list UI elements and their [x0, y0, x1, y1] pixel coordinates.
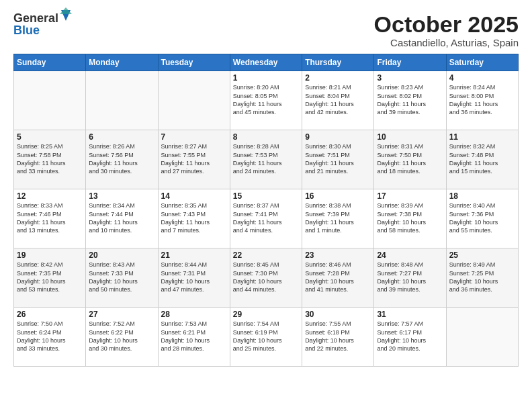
day-info: Sunrise: 7:54 AM Sunset: 6:19 PM Dayligh…: [233, 320, 299, 353]
day-number: 24: [377, 250, 443, 260]
day-number: 12: [17, 191, 83, 201]
day-number: 13: [89, 191, 154, 201]
day-info: Sunrise: 8:35 AM Sunset: 7:43 PM Dayligh…: [161, 201, 227, 234]
day-number: 4: [449, 73, 515, 83]
weekday-monday: Monday: [86, 54, 158, 71]
day-info: Sunrise: 8:42 AM Sunset: 7:35 PM Dayligh…: [17, 261, 83, 293]
week-row-1: 1Sunrise: 8:20 AM Sunset: 8:05 PM Daylig…: [14, 71, 519, 130]
day-number: 16: [305, 191, 371, 201]
logo-general: General: [13, 12, 58, 24]
logo-text: General Blue: [13, 12, 72, 36]
day-number: 19: [17, 250, 83, 260]
calendar-cell: 17Sunrise: 8:39 AM Sunset: 7:38 PM Dayli…: [374, 189, 446, 248]
location: Castandiello, Asturias, Spain: [374, 37, 519, 48]
day-info: Sunrise: 7:50 AM Sunset: 6:24 PM Dayligh…: [17, 320, 83, 353]
calendar-cell: 2Sunrise: 8:21 AM Sunset: 8:04 PM Daylig…: [302, 71, 374, 130]
day-number: 5: [17, 132, 83, 142]
calendar-cell: 12Sunrise: 8:33 AM Sunset: 7:46 PM Dayli…: [14, 189, 86, 248]
logo-icon: [60, 7, 72, 22]
calendar-cell: 25Sunrise: 8:49 AM Sunset: 7:25 PM Dayli…: [446, 248, 518, 308]
day-number: 30: [305, 310, 371, 319]
calendar-cell: 9Sunrise: 8:30 AM Sunset: 7:51 PM Daylig…: [302, 130, 374, 189]
week-row-3: 12Sunrise: 8:33 AM Sunset: 7:46 PM Dayli…: [14, 189, 519, 248]
day-info: Sunrise: 8:34 AM Sunset: 7:44 PM Dayligh…: [89, 201, 154, 234]
day-info: Sunrise: 8:43 AM Sunset: 7:33 PM Dayligh…: [89, 261, 154, 293]
week-row-5: 26Sunrise: 7:50 AM Sunset: 6:24 PM Dayli…: [14, 308, 519, 367]
title-block: October 2025 Castandiello, Asturias, Spa…: [374, 12, 519, 48]
day-info: Sunrise: 8:46 AM Sunset: 7:28 PM Dayligh…: [305, 261, 371, 293]
calendar-cell: 14Sunrise: 8:35 AM Sunset: 7:43 PM Dayli…: [158, 189, 230, 248]
day-info: Sunrise: 7:57 AM Sunset: 6:17 PM Dayligh…: [377, 320, 443, 353]
calendar-cell: 11Sunrise: 8:32 AM Sunset: 7:48 PM Dayli…: [446, 130, 518, 189]
calendar-cell: [14, 71, 86, 130]
day-info: Sunrise: 8:32 AM Sunset: 7:48 PM Dayligh…: [449, 142, 515, 175]
day-number: 8: [233, 132, 299, 142]
weekday-wednesday: Wednesday: [230, 54, 302, 71]
calendar-cell: 1Sunrise: 8:20 AM Sunset: 8:05 PM Daylig…: [230, 71, 302, 130]
day-number: 17: [377, 191, 443, 201]
day-info: Sunrise: 8:23 AM Sunset: 8:02 PM Dayligh…: [377, 83, 443, 116]
calendar-cell: [158, 71, 230, 130]
calendar-cell: 28Sunrise: 7:53 AM Sunset: 6:21 PM Dayli…: [158, 308, 230, 367]
page: General Blue October 2025 Castandiello, …: [0, 0, 532, 411]
weekday-header-row: SundayMondayTuesdayWednesdayThursdayFrid…: [14, 54, 519, 71]
day-number: 14: [161, 191, 227, 201]
day-info: Sunrise: 8:39 AM Sunset: 7:38 PM Dayligh…: [377, 201, 443, 234]
week-row-2: 5Sunrise: 8:25 AM Sunset: 7:58 PM Daylig…: [14, 130, 519, 189]
weekday-friday: Friday: [374, 54, 446, 71]
day-info: Sunrise: 8:49 AM Sunset: 7:25 PM Dayligh…: [449, 261, 515, 293]
day-number: 1: [233, 73, 299, 83]
calendar-cell: [86, 71, 158, 130]
day-info: Sunrise: 8:26 AM Sunset: 7:56 PM Dayligh…: [89, 142, 154, 175]
day-info: Sunrise: 8:20 AM Sunset: 8:05 PM Dayligh…: [233, 83, 299, 116]
calendar-cell: 19Sunrise: 8:42 AM Sunset: 7:35 PM Dayli…: [14, 248, 86, 308]
day-number: 6: [89, 132, 154, 142]
day-info: Sunrise: 8:28 AM Sunset: 7:53 PM Dayligh…: [233, 142, 299, 175]
day-number: 15: [233, 191, 299, 201]
day-number: 20: [89, 250, 154, 260]
day-number: 31: [377, 310, 443, 319]
day-info: Sunrise: 8:25 AM Sunset: 7:58 PM Dayligh…: [17, 142, 83, 175]
calendar-cell: 13Sunrise: 8:34 AM Sunset: 7:44 PM Dayli…: [86, 189, 158, 248]
day-info: Sunrise: 8:24 AM Sunset: 8:00 PM Dayligh…: [449, 83, 515, 116]
day-number: 26: [17, 310, 83, 319]
day-info: Sunrise: 8:30 AM Sunset: 7:51 PM Dayligh…: [305, 142, 371, 175]
calendar-cell: 23Sunrise: 8:46 AM Sunset: 7:28 PM Dayli…: [302, 248, 374, 308]
calendar-cell: 16Sunrise: 8:38 AM Sunset: 7:39 PM Dayli…: [302, 189, 374, 248]
day-number: 2: [305, 73, 371, 83]
calendar-cell: 21Sunrise: 8:44 AM Sunset: 7:31 PM Dayli…: [158, 248, 230, 308]
day-number: 9: [305, 132, 371, 142]
logo: General Blue: [13, 12, 72, 36]
day-info: Sunrise: 8:48 AM Sunset: 7:27 PM Dayligh…: [377, 261, 443, 293]
calendar-cell: 24Sunrise: 8:48 AM Sunset: 7:27 PM Dayli…: [374, 248, 446, 308]
calendar-cell: 22Sunrise: 8:45 AM Sunset: 7:30 PM Dayli…: [230, 248, 302, 308]
calendar-cell: 7Sunrise: 8:27 AM Sunset: 7:55 PM Daylig…: [158, 130, 230, 189]
day-info: Sunrise: 8:40 AM Sunset: 7:36 PM Dayligh…: [449, 201, 515, 234]
day-info: Sunrise: 8:38 AM Sunset: 7:39 PM Dayligh…: [305, 201, 371, 234]
day-number: 29: [233, 310, 299, 319]
month-title: October 2025: [374, 12, 519, 37]
day-number: 22: [233, 250, 299, 260]
calendar-cell: 27Sunrise: 7:52 AM Sunset: 6:22 PM Dayli…: [86, 308, 158, 367]
day-info: Sunrise: 8:44 AM Sunset: 7:31 PM Dayligh…: [161, 261, 227, 293]
weekday-tuesday: Tuesday: [158, 54, 230, 71]
day-number: 27: [89, 310, 154, 319]
calendar-cell: 20Sunrise: 8:43 AM Sunset: 7:33 PM Dayli…: [86, 248, 158, 308]
day-number: 21: [161, 250, 227, 260]
calendar-cell: [446, 308, 518, 367]
weekday-saturday: Saturday: [446, 54, 518, 71]
day-info: Sunrise: 8:27 AM Sunset: 7:55 PM Dayligh…: [161, 142, 227, 175]
day-number: 18: [449, 191, 515, 201]
day-info: Sunrise: 8:37 AM Sunset: 7:41 PM Dayligh…: [233, 201, 299, 234]
day-info: Sunrise: 7:53 AM Sunset: 6:21 PM Dayligh…: [161, 320, 227, 353]
calendar-cell: 18Sunrise: 8:40 AM Sunset: 7:36 PM Dayli…: [446, 189, 518, 248]
calendar-cell: 4Sunrise: 8:24 AM Sunset: 8:00 PM Daylig…: [446, 71, 518, 130]
header: General Blue October 2025 Castandiello, …: [13, 12, 519, 48]
day-number: 7: [161, 132, 227, 142]
calendar-cell: 3Sunrise: 8:23 AM Sunset: 8:02 PM Daylig…: [374, 71, 446, 130]
day-number: 3: [377, 73, 443, 83]
weekday-thursday: Thursday: [302, 54, 374, 71]
day-number: 10: [377, 132, 443, 142]
week-row-4: 19Sunrise: 8:42 AM Sunset: 7:35 PM Dayli…: [14, 248, 519, 308]
day-number: 23: [305, 250, 371, 260]
